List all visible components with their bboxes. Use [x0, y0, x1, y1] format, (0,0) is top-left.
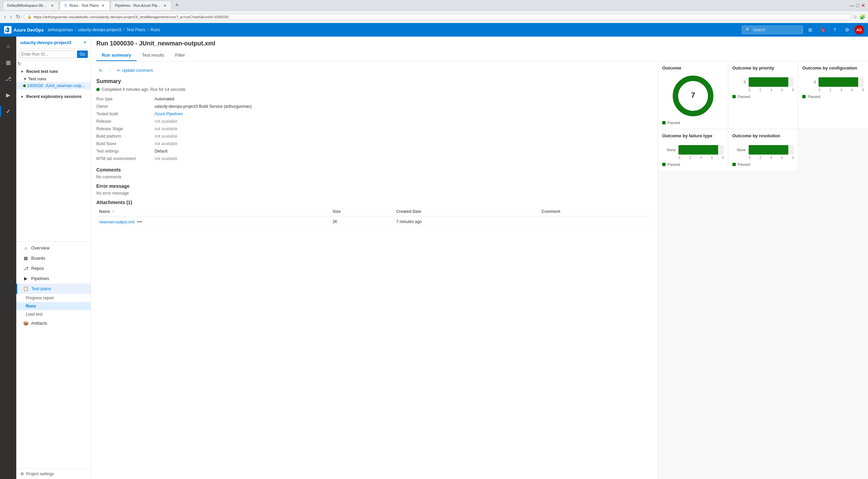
add-project-button[interactable]: + [83, 39, 86, 45]
outcome-by-failure-title: Outcome by failure type [662, 133, 724, 138]
charts-bottom-row: Outcome by failure type None 0 2 [658, 129, 868, 171]
charts-panel: Outcome 7 [658, 61, 868, 479]
breadcrumb-test-plans[interactable]: Test Plans [126, 27, 145, 32]
col-created-date: Created Date [393, 207, 539, 216]
no-error: No error message [96, 191, 652, 196]
resolution-bar-axis: 0 2 4 6 8 [732, 156, 794, 160]
sidebar-item-repos[interactable]: ⎇ [0, 71, 16, 87]
minimize-icon[interactable]: — [850, 3, 854, 8]
resolution-bar-fill [749, 145, 788, 155]
page-title: Run 1000030 - JUnit_newman-output.xml [96, 40, 863, 47]
project-name[interactable]: udacity-devops-project3 [20, 40, 71, 45]
sidebar-item-pipelines[interactable]: ▶ [0, 87, 16, 103]
resolution-bar-wrap [749, 145, 794, 155]
col-name[interactable]: Name ↑ [96, 207, 330, 216]
priority-bar-axis: 0 2 4 6 8 [732, 88, 794, 92]
config-bar-chart: 0 0 2 4 6 8 [802, 74, 864, 92]
charts-top-row: Outcome 7 [658, 61, 868, 129]
run-id-input[interactable] [19, 51, 76, 58]
settings-cog-icon: ⚙ [20, 472, 24, 476]
failure-bar-axis: 0 2 4 6 8 [662, 156, 724, 160]
tab-test-results[interactable]: Test results [137, 50, 170, 61]
azure-pipelines-link[interactable]: Azure Pipelines [155, 111, 652, 117]
test-plans-nav-icon: 📋 [23, 286, 28, 292]
refresh-icon: ↻ [99, 68, 102, 73]
left-sidebar: ⌂ ▦ ⎇ ▶ ✓ [0, 37, 16, 479]
browser-tab-bar: DefaultWorkspace-0662... ✕ 🗒 Runs - Test… [0, 0, 868, 11]
main-layout: ⌂ ▦ ⎇ ▶ ✓ udacity-devops-project3 + Go ↻ [0, 37, 868, 479]
sidebar-nav-artifacts[interactable]: 📦 Artifacts [16, 318, 91, 328]
address-bar[interactable]: 🔒 https://arthurgusmao.visualstudio.com/… [24, 14, 851, 20]
error-title: Error message [96, 183, 652, 189]
breadcrumb-project[interactable]: udacity-devops-project3 [78, 27, 121, 32]
priority-bar-chart: 0 0 2 4 6 8 [732, 74, 794, 92]
outcome-donut: 7 [662, 74, 724, 118]
sidebar-nav-load-test[interactable]: Load test [16, 310, 91, 318]
nav-items: ⌂ Overview ▦ Boards ⎇ Repos ▶ Pipelines … [16, 241, 91, 328]
outcome-chart-title: Outcome [662, 65, 724, 71]
settings-icon[interactable]: ⚙ [842, 25, 852, 35]
sidebar-nav-repos[interactable]: ⎇ Repos [16, 263, 91, 274]
tab-3-close[interactable]: ✕ [162, 3, 167, 8]
config-bar-row: 0 [802, 77, 864, 87]
run-refresh-button[interactable]: ↻ [16, 60, 23, 67]
forward-button[interactable]: › [8, 13, 13, 21]
tab-3[interactable]: Pipelines - Run Azure Pip... ✕ [111, 1, 172, 10]
resolution-legend: Passed [732, 162, 794, 166]
sidebar-nav-runs[interactable]: Runs [16, 302, 91, 310]
boards-nav-icon: ▦ [23, 256, 28, 261]
project-settings[interactable]: ⚙ Project settings [16, 468, 91, 479]
attachment-file-link[interactable]: newman-output.xml [99, 220, 135, 224]
run-item-1000030[interactable]: 1000030: JUnit_newman-outp... [16, 82, 91, 89]
refresh-button[interactable]: ↻ [96, 67, 105, 74]
run-go-button[interactable]: Go [77, 51, 88, 58]
repos-nav-icon: ⎇ [23, 266, 28, 271]
content-body: ↻ | ✏ Update comment Summary Completed 9… [91, 61, 868, 479]
bookmark-icon[interactable]: 🔖 [818, 25, 827, 35]
reload-button[interactable]: ↻ [15, 13, 22, 21]
content-header: Run 1000030 - JUnit_newman-output.xml Ru… [91, 37, 868, 61]
search-icon: 🔍 [746, 27, 751, 32]
overview-icon: ⌂ [23, 245, 28, 251]
extensions-icon[interactable]: 🧩 [860, 14, 865, 20]
tab-filter[interactable]: Filter [170, 50, 190, 61]
help-icon[interactable]: ? [830, 25, 840, 35]
breadcrumb-runs[interactable]: Runs [151, 27, 160, 32]
update-comment-button[interactable]: ✏ Update comment [114, 67, 155, 74]
collapse-runs-icon: ▼ [23, 77, 28, 81]
ado-logo[interactable]: Azure DevOps [4, 26, 44, 34]
search-button[interactable]: 🔍 Search [742, 26, 803, 34]
failure-bar-chart: None 0 2 4 6 8 [662, 142, 724, 160]
sidebar-nav-boards[interactable]: ▦ Boards [16, 253, 91, 263]
sidebar-item-test-plans[interactable]: ✓ [0, 103, 16, 119]
tab-1[interactable]: DefaultWorkspace-0662... ✕ [3, 1, 59, 10]
resolution-legend-dot [732, 163, 736, 166]
browser-nav: ‹ › ↻ [3, 13, 22, 21]
run-input-area: Go [16, 48, 91, 60]
new-tab-button[interactable]: + [172, 1, 182, 10]
sidebar-item-overview[interactable]: ⌂ [0, 38, 16, 54]
tab-run-summary[interactable]: Run summary [96, 50, 137, 61]
maximize-icon[interactable]: □ [856, 3, 859, 8]
sidebar-nav-pipelines[interactable]: ▶ Pipelines [16, 274, 91, 284]
close-icon[interactable]: ✕ [861, 3, 865, 8]
tab-2[interactable]: 🗒 Runs - Test Plans ✕ [60, 1, 110, 10]
sidebar-nav-test-plans[interactable]: 📋 Test plans [16, 284, 91, 294]
tab-2-close[interactable]: ✕ [101, 3, 105, 8]
priority-legend-dot [732, 95, 736, 98]
sidebar-nav-overview[interactable]: ⌂ Overview [16, 243, 91, 253]
artifacts-nav-icon: 📦 [23, 321, 28, 326]
failure-legend: Passed [662, 162, 724, 166]
user-avatar[interactable]: AG [854, 25, 864, 35]
grid-view-icon[interactable]: ⊞ [806, 25, 815, 35]
more-options-button[interactable]: ••• [136, 218, 143, 225]
bookmark-icon[interactable]: ☆ [853, 14, 857, 20]
tab-1-close[interactable]: ✕ [50, 3, 55, 8]
back-button[interactable]: ‹ [3, 13, 7, 21]
sidebar-item-boards[interactable]: ▦ [0, 54, 16, 71]
priority-bar-row: 0 [732, 77, 794, 87]
config-bar-axis: 0 2 4 6 8 [802, 88, 864, 92]
run-input-section: Go ↻ [16, 48, 91, 67]
breadcrumb-org[interactable]: arthurgusmao [48, 27, 73, 32]
sidebar-nav-progress-report[interactable]: Progress report [16, 294, 91, 302]
